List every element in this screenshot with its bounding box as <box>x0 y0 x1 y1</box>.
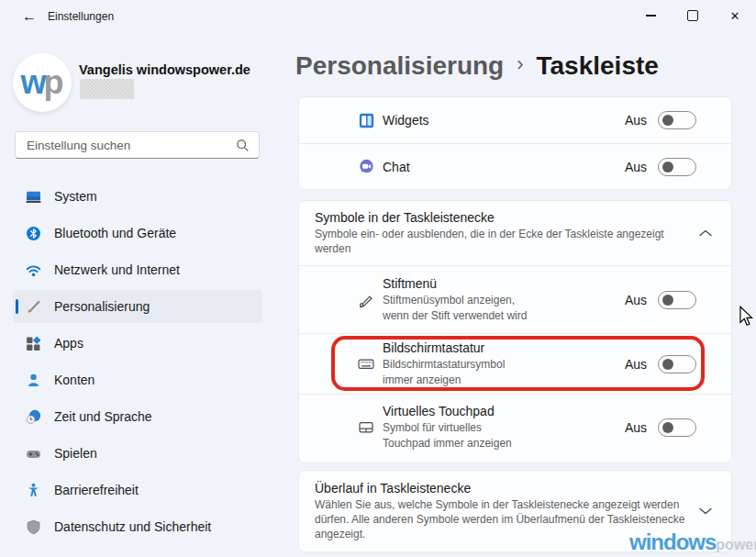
censored-email-block <box>80 79 134 99</box>
titlebar: ← Einstellungen ✕ <box>0 0 756 33</box>
avatar[interactable]: wp <box>13 53 72 112</box>
sidebar-item-network[interactable]: Netzwerk und Internet <box>13 253 262 286</box>
window-title: Einstellungen <box>48 10 114 23</box>
selected-indicator <box>16 299 18 314</box>
maximize-button[interactable] <box>672 0 714 31</box>
sidebar-item-label: Datenschutz und Sicherheit <box>54 519 211 534</box>
search-box[interactable] <box>15 131 260 159</box>
chat-icon <box>358 159 374 174</box>
watermark-word1: windows <box>629 529 716 555</box>
sidebar-item-accounts[interactable]: Konten <box>13 363 262 396</box>
section-description: Symbole ein- oder ausblenden, die in der… <box>315 227 682 256</box>
sidebar-nav: System Bluetooth und Geräte Netzwerk und… <box>13 180 262 547</box>
row-title: Stiftmenü <box>383 276 625 291</box>
search-icon[interactable] <box>236 139 250 152</box>
pen-icon <box>358 292 374 308</box>
watermark-word2: power <box>716 537 756 553</box>
row-description: Stiftmenüsymbol anzeigen, wenn der Stift… <box>383 293 625 322</box>
apps-icon <box>25 335 41 351</box>
virtual-touchpad-toggle[interactable] <box>658 418 696 437</box>
pen-menu-row[interactable]: Stiftmenü Stiftmenüsymbol anzeigen, wenn… <box>299 265 731 333</box>
chat-row[interactable]: Chat Aus <box>299 143 731 189</box>
toggle-knob <box>662 422 673 433</box>
toggle-state-label: Aus <box>625 113 647 128</box>
back-button[interactable]: ← <box>15 4 44 29</box>
chevron-up-icon[interactable] <box>695 222 717 244</box>
row-description: Bildschirmtastatursymbol immer anzeigen <box>383 357 625 386</box>
sidebar-item-bluetooth[interactable]: Bluetooth und Geräte <box>13 217 262 250</box>
sidebar-item-gaming[interactable]: Spielen <box>13 437 262 470</box>
touch-keyboard-toggle[interactable] <box>658 355 696 373</box>
minimize-icon <box>646 15 656 16</box>
breadcrumb-separator-icon: › <box>517 52 523 76</box>
toggle-knob <box>662 115 673 126</box>
sidebar-item-system[interactable]: System <box>13 180 262 213</box>
pen-menu-toggle[interactable] <box>658 291 696 309</box>
row-label: Widgets <box>383 113 625 128</box>
virtual-touchpad-row[interactable]: Virtuelles Touchpad Symbol für virtuelle… <box>299 394 731 460</box>
gamepad-icon <box>25 445 41 462</box>
minimize-button[interactable] <box>629 0 672 31</box>
touch-keyboard-row[interactable]: Bildschirmtastatur Bildschirmtastatursym… <box>299 333 731 394</box>
toggle-state-label: Aus <box>625 293 647 307</box>
avatar-letter-p: p <box>44 63 64 102</box>
quick-toggles-card: Widgets Aus Chat Aus <box>298 96 732 190</box>
page-title: Taskleiste <box>537 51 659 81</box>
sidebar-item-label: Konten <box>54 373 94 387</box>
maximize-icon <box>687 10 698 21</box>
back-arrow-icon: ← <box>22 8 37 25</box>
breadcrumb-parent[interactable]: Personalisierung <box>295 51 504 81</box>
sidebar-item-accessibility[interactable]: Barrierefreiheit <box>13 473 262 507</box>
sidebar-item-label: Bluetooth und Geräte <box>54 226 176 240</box>
corner-icons-card: Symbole in der Taskleistenecke Symbole e… <box>298 200 732 463</box>
widgets-row[interactable]: Widgets Aus <box>299 97 731 143</box>
row-description: Symbol für virtuelles Touchpad immer anz… <box>383 420 625 450</box>
sidebar-item-apps[interactable]: Apps <box>13 327 262 360</box>
sidebar-item-label: Personalisierung <box>54 299 150 314</box>
bluetooth-icon <box>25 225 41 241</box>
widgets-icon <box>358 113 374 128</box>
section-title: Symbole in der Taskleistenecke <box>315 210 695 225</box>
sidebar-item-label: Zeit und Sprache <box>54 409 152 424</box>
sidebar-item-label: Apps <box>54 336 83 351</box>
row-title: Bildschirmtastatur <box>383 340 625 355</box>
mouse-cursor <box>739 306 753 330</box>
corner-icons-header[interactable]: Symbole in der Taskleistenecke Symbole e… <box>299 201 731 265</box>
close-button[interactable]: ✕ <box>714 0 756 31</box>
row-label: Chat <box>383 160 625 174</box>
sidebar-item-privacy[interactable]: Datenschutz und Sicherheit <box>13 510 262 543</box>
chevron-down-icon[interactable] <box>695 500 717 522</box>
profile-name[interactable]: Vangelis windowspower.de <box>79 62 250 77</box>
chat-toggle[interactable] <box>658 158 696 176</box>
settings-window: ← Einstellungen ✕ wp Vangelis windowspow… <box>0 0 756 557</box>
toggle-state-label: Aus <box>625 420 647 435</box>
toggle-state-label: Aus <box>625 357 647 372</box>
brush-icon <box>25 298 41 315</box>
accessibility-icon <box>25 482 41 498</box>
section-title: Überlauf in Taskleistenecke <box>315 481 695 496</box>
sidebar-item-personalization[interactable]: Personalisierung <box>13 290 262 323</box>
close-icon: ✕ <box>730 10 740 22</box>
widgets-toggle[interactable] <box>658 111 696 129</box>
breadcrumb: Personalisierung › Taskleiste <box>295 51 659 81</box>
avatar-letter-w: w <box>20 63 43 102</box>
row-title: Virtuelles Touchpad <box>383 404 625 418</box>
shield-icon <box>25 518 41 535</box>
keyboard-icon <box>358 356 374 372</box>
sidebar-item-label: Barrierefreiheit <box>54 483 139 497</box>
sidebar-item-label: Netzwerk und Internet <box>54 262 180 277</box>
toggle-knob <box>662 295 673 306</box>
system-icon <box>25 188 41 205</box>
toggle-knob <box>662 359 673 370</box>
toggle-knob <box>662 162 673 173</box>
sidebar-item-label: Spielen <box>54 446 97 461</box>
sidebar-item-label: System <box>54 189 97 204</box>
touchpad-icon <box>358 419 374 435</box>
clock-globe-icon <box>25 408 41 425</box>
watermark-logo: windowspower. <box>629 529 756 555</box>
sidebar-item-time-language[interactable]: Zeit und Sprache <box>13 400 262 433</box>
search-input[interactable] <box>16 139 236 152</box>
toggle-state-label: Aus <box>625 160 647 174</box>
person-icon <box>25 372 41 388</box>
wifi-icon <box>25 262 41 278</box>
